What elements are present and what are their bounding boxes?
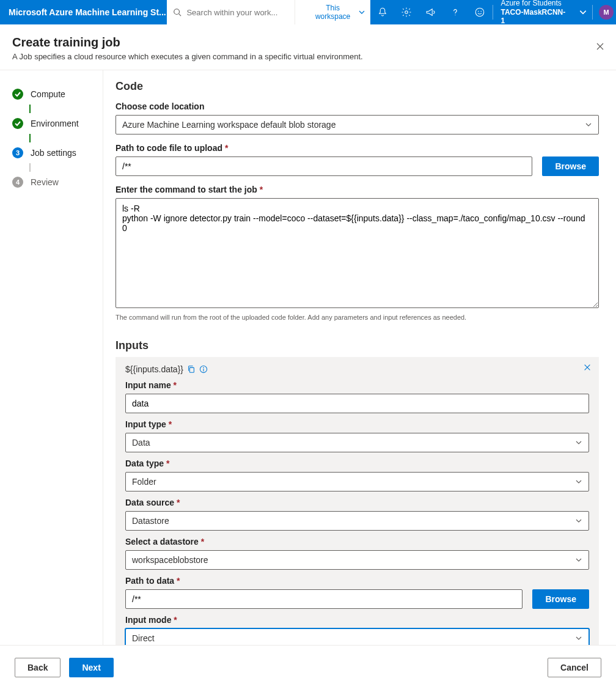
step-number-badge: 4 bbox=[12, 177, 23, 188]
next-button[interactable]: Next bbox=[69, 658, 113, 677]
svg-point-2 bbox=[405, 11, 408, 14]
select-value: workspaceblobstore bbox=[132, 555, 208, 565]
select-value: Datastore bbox=[132, 516, 169, 526]
topbar-divider bbox=[493, 5, 493, 20]
svg-rect-9 bbox=[203, 369, 204, 371]
chevron-down-icon bbox=[575, 556, 582, 564]
step-label: Job settings bbox=[31, 148, 76, 158]
svg-point-5 bbox=[480, 11, 482, 12]
remove-input-button[interactable] bbox=[583, 363, 592, 372]
chevron-down-icon bbox=[575, 478, 582, 485]
global-topbar: Microsoft Azure Machine Learning St... T… bbox=[0, 0, 616, 24]
copy-icon[interactable] bbox=[187, 365, 196, 374]
main-content: Code Choose code location Azure Machine … bbox=[103, 70, 616, 645]
help-button[interactable] bbox=[443, 0, 468, 24]
step-label: Environment bbox=[31, 119, 79, 128]
page-title: Create training job bbox=[12, 35, 604, 50]
step-environment[interactable]: Environment bbox=[12, 113, 103, 134]
scope-line-2: workspace bbox=[315, 12, 350, 21]
info-icon[interactable] bbox=[199, 365, 208, 374]
svg-line-1 bbox=[179, 14, 182, 17]
datastore-label: Select a datastore bbox=[125, 537, 589, 547]
check-icon bbox=[12, 118, 23, 129]
input-reference-text: ${{inputs.data}} bbox=[125, 364, 183, 374]
subscription-name: Azure for Students bbox=[501, 0, 569, 8]
cancel-button[interactable]: Cancel bbox=[548, 658, 601, 677]
topbar-divider-2 bbox=[592, 5, 593, 20]
select-value: Azure Machine Learning workspace default… bbox=[122, 120, 336, 130]
section-inputs-title: Inputs bbox=[116, 339, 599, 352]
input-name-wrapper bbox=[125, 394, 589, 413]
brand-title: Microsoft Azure Machine Learning St... bbox=[0, 0, 167, 24]
page-header: Create training job A Job specifies a cl… bbox=[0, 24, 616, 70]
notifications-button[interactable] bbox=[370, 0, 395, 24]
section-code-title: Code bbox=[116, 80, 599, 93]
chevron-down-icon bbox=[575, 517, 582, 525]
step-label: Review bbox=[31, 177, 59, 187]
input-type-label: Input type bbox=[125, 419, 589, 429]
browse-code-button[interactable]: Browse bbox=[542, 156, 599, 176]
code-path-label: Path to code file to upload bbox=[116, 143, 599, 153]
wizard-steps-sidebar: Compute Environment 3 Job settings 4 Rev… bbox=[0, 70, 103, 645]
svg-rect-6 bbox=[189, 367, 194, 372]
input-definition-card: ${{inputs.data}} Input name Input type D… bbox=[116, 357, 599, 645]
code-location-select[interactable]: Azure Machine Learning workspace default… bbox=[116, 115, 599, 134]
step-connector bbox=[29, 163, 31, 172]
step-connector bbox=[29, 105, 31, 113]
search-input[interactable] bbox=[186, 8, 288, 17]
command-helper-text: The command will run from the root of th… bbox=[116, 314, 599, 321]
chevron-down-icon bbox=[575, 635, 582, 642]
data-type-label: Data type bbox=[125, 458, 589, 468]
step-compute[interactable]: Compute bbox=[12, 84, 103, 105]
input-name-field[interactable] bbox=[132, 399, 582, 408]
page-subtitle: A Job specifies a cloud resource which e… bbox=[12, 52, 604, 61]
data-source-label: Data source bbox=[125, 498, 589, 507]
input-name-label: Input name bbox=[125, 380, 589, 390]
chevron-down-icon bbox=[575, 439, 582, 446]
step-label: Compute bbox=[31, 89, 65, 99]
step-connector bbox=[29, 134, 31, 142]
check-icon bbox=[12, 89, 23, 100]
step-job-settings[interactable]: 3 Job settings bbox=[12, 142, 103, 163]
input-mode-label: Input mode bbox=[125, 615, 589, 625]
code-path-input-wrapper bbox=[116, 156, 532, 176]
chevron-down-icon bbox=[585, 121, 592, 128]
datastore-select[interactable]: workspaceblobstore bbox=[125, 550, 589, 570]
svg-point-4 bbox=[478, 11, 479, 12]
settings-button[interactable] bbox=[394, 0, 419, 24]
path-to-data-wrapper bbox=[125, 589, 522, 609]
step-review[interactable]: 4 Review bbox=[12, 172, 103, 193]
select-value: Direct bbox=[132, 633, 155, 643]
close-panel-button[interactable] bbox=[595, 42, 605, 51]
user-avatar[interactable]: M bbox=[599, 5, 614, 20]
workspace-name: TACO-MaskRCNN-1 bbox=[501, 8, 569, 26]
command-label: Enter the command to start the job bbox=[116, 185, 599, 194]
search-icon bbox=[173, 8, 182, 17]
account-chevron[interactable] bbox=[575, 0, 591, 24]
svg-point-8 bbox=[203, 367, 204, 369]
path-to-data-field[interactable] bbox=[132, 594, 516, 604]
feedback-button[interactable] bbox=[468, 0, 492, 24]
svg-point-3 bbox=[475, 8, 484, 17]
announcements-button[interactable] bbox=[419, 0, 443, 24]
chevron-down-icon bbox=[358, 9, 365, 16]
code-path-input[interactable] bbox=[122, 161, 526, 171]
code-location-label: Choose code location bbox=[116, 101, 599, 111]
wizard-footer: Back Next Cancel bbox=[0, 645, 616, 689]
scope-line-1: This bbox=[326, 4, 340, 12]
command-textarea[interactable] bbox=[116, 198, 599, 308]
data-source-select[interactable]: Datastore bbox=[125, 511, 589, 531]
account-switcher[interactable]: Azure for Students TACO-MaskRCNN-1 bbox=[494, 0, 575, 24]
select-value: Folder bbox=[132, 477, 156, 487]
data-type-select[interactable]: Folder bbox=[125, 472, 589, 491]
browse-data-button[interactable]: Browse bbox=[532, 589, 589, 609]
global-search[interactable] bbox=[167, 0, 295, 24]
input-type-select[interactable]: Data bbox=[125, 433, 589, 452]
search-scope-selector[interactable]: This workspace bbox=[295, 0, 370, 24]
input-mode-select[interactable]: Direct bbox=[125, 628, 589, 645]
step-number-badge: 3 bbox=[12, 147, 23, 158]
select-value: Data bbox=[132, 438, 150, 447]
back-button[interactable]: Back bbox=[15, 658, 61, 677]
path-to-data-label: Path to data bbox=[125, 576, 589, 586]
svg-point-0 bbox=[174, 9, 180, 15]
